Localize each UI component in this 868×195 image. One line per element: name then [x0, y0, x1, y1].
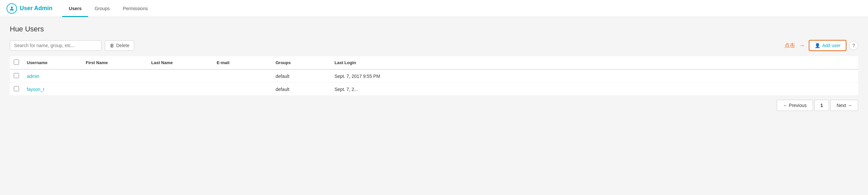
row-firstname: [82, 83, 147, 96]
username-link[interactable]: admin: [27, 74, 39, 79]
row-groups: default: [272, 83, 331, 96]
main-content: Hue Users 🗑 Delete 点击 → 👤 Add user ?: [0, 17, 868, 123]
row-checkbox-cell: [10, 69, 23, 83]
row-groups: default: [272, 69, 331, 83]
annotation-text: 点击: [784, 42, 795, 49]
select-all-checkbox[interactable]: [14, 60, 19, 65]
brand-icon: [6, 3, 17, 14]
tab-permissions[interactable]: Permissions: [116, 0, 154, 17]
row-lastlogin: Sept. 7, 2017 9:55 PM: [331, 69, 858, 83]
top-nav: User Admin Users Groups Permissions: [0, 0, 868, 17]
row-lastlogin: Sept. 7, 2...: [331, 83, 858, 96]
row-checkbox[interactable]: [14, 86, 19, 91]
delete-button[interactable]: 🗑 Delete: [105, 40, 134, 51]
row-email: [213, 83, 272, 96]
trash-icon: 🗑: [110, 43, 114, 48]
svg-point-0: [11, 6, 13, 8]
pagination: ← Previous 1 Next →: [10, 96, 858, 115]
row-lastname: [147, 83, 213, 96]
previous-button[interactable]: ← Previous: [777, 100, 813, 111]
table-header-row: Username First Name Last Name E-mail Gro…: [10, 56, 858, 69]
add-user-label: Add user: [822, 43, 840, 48]
users-table: Username First Name Last Name E-mail Gro…: [10, 56, 858, 96]
header-lastlogin: Last Login: [331, 56, 858, 69]
row-firstname: [82, 69, 147, 83]
brand: User Admin: [6, 3, 52, 14]
delete-label: Delete: [116, 43, 129, 48]
help-button[interactable]: ?: [849, 41, 858, 50]
header-lastname: Last Name: [147, 56, 213, 69]
row-lastname: [147, 69, 213, 83]
nav-tabs: Users Groups Permissions: [62, 0, 154, 17]
add-user-button[interactable]: 👤 Add user: [809, 40, 846, 51]
page-1-button[interactable]: 1: [814, 100, 829, 111]
toolbar-left: 🗑 Delete: [10, 40, 134, 51]
table-row: admin default Sept. 7, 2017 9:55 PM: [10, 69, 858, 83]
header-username: Username: [23, 56, 82, 69]
tab-users[interactable]: Users: [62, 0, 88, 17]
row-checkbox[interactable]: [14, 73, 19, 78]
row-username: admin: [23, 69, 82, 83]
username-link[interactable]: fayson_r: [27, 87, 44, 92]
header-groups: Groups: [272, 56, 331, 69]
next-button[interactable]: Next →: [830, 100, 858, 111]
page-title: Hue Users: [10, 25, 858, 33]
table-row: fayson_r default Sept. 7, 2...: [10, 83, 858, 96]
search-input[interactable]: [10, 40, 101, 51]
help-icon: ?: [852, 43, 855, 48]
user-icon: 👤: [815, 43, 820, 48]
row-checkbox-cell: [10, 83, 23, 96]
toolbar: 🗑 Delete 点击 → 👤 Add user ?: [10, 40, 858, 51]
row-email: [213, 69, 272, 83]
brand-label: User Admin: [20, 5, 52, 12]
header-firstname: First Name: [82, 56, 147, 69]
tab-groups[interactable]: Groups: [88, 0, 116, 17]
header-checkbox-col: [10, 56, 23, 69]
annotation-arrow: →: [799, 42, 805, 49]
toolbar-right: 点击 → 👤 Add user ?: [784, 40, 858, 51]
header-email: E-mail: [213, 56, 272, 69]
row-username: fayson_r: [23, 83, 82, 96]
